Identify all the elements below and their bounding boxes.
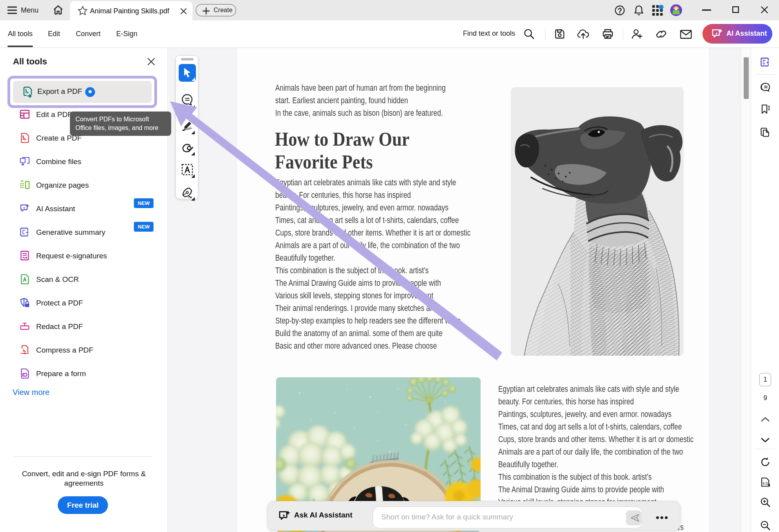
svg-text:1:1: 1:1 — [763, 481, 768, 485]
